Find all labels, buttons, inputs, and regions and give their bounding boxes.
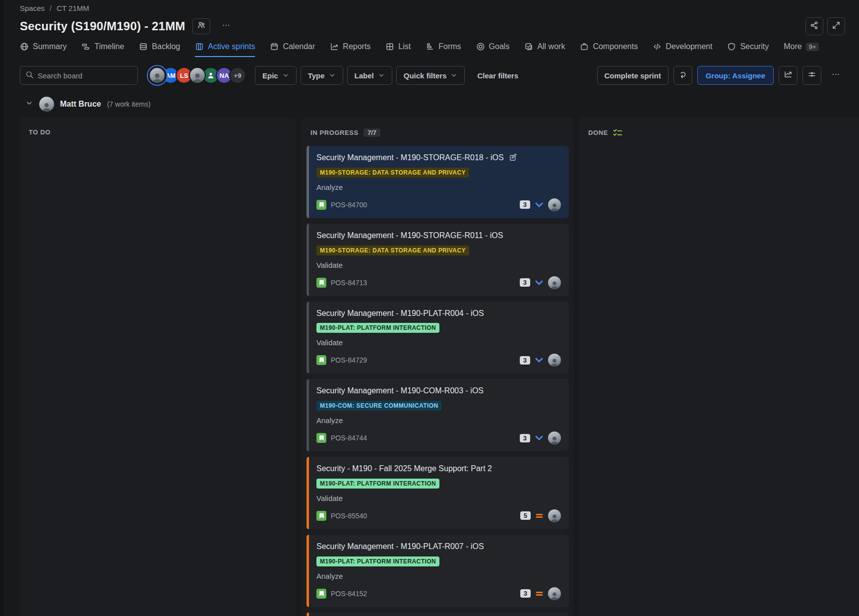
- clear-filters-button[interactable]: Clear filters: [470, 66, 526, 85]
- card-assignee-avatar[interactable]: [548, 276, 561, 289]
- insights-button[interactable]: [779, 66, 798, 85]
- tab-reports[interactable]: Reports: [330, 42, 370, 57]
- share-button[interactable]: [805, 17, 823, 35]
- share-icon: [810, 21, 819, 32]
- card-assignee-avatar[interactable]: [548, 198, 561, 211]
- tab-timeline[interactable]: Timeline: [81, 42, 124, 57]
- list-icon: [385, 42, 394, 51]
- chevron-down-icon: [282, 72, 289, 79]
- work-item-card[interactable]: Security Management - M190-PLAT-R004 - i…: [307, 302, 569, 374]
- tab-label: Backlog: [152, 42, 180, 51]
- edit-summary-button[interactable]: [509, 153, 517, 162]
- story-type-icon: [316, 200, 326, 210]
- globe-icon: [20, 42, 29, 51]
- estimate-badge: 5: [520, 511, 531, 520]
- card-assignee-avatar[interactable]: [548, 509, 561, 522]
- work-item-card[interactable]: Security Management - M190-STORAGE-R018 …: [307, 146, 569, 218]
- tab-list[interactable]: List: [385, 42, 411, 57]
- dropdown-label: Label: [355, 71, 374, 80]
- filter-dropdown-quick-filters[interactable]: Quick filters: [396, 66, 465, 85]
- complete-sprint-button[interactable]: Complete sprint: [597, 66, 669, 85]
- board-settings-button[interactable]: [802, 66, 821, 85]
- work-item-card[interactable]: Security Management - M190-PLAT-R007 - i…: [307, 535, 569, 607]
- card-assignee-avatar[interactable]: [548, 354, 561, 367]
- search-icon: [25, 70, 34, 81]
- issue-key[interactable]: POS-85540: [331, 512, 367, 520]
- search-input[interactable]: [38, 71, 132, 80]
- tab-active-sprints[interactable]: Active sprints: [195, 42, 255, 57]
- automation-button[interactable]: [674, 66, 692, 85]
- priority-low-icon: [535, 280, 543, 286]
- page-title: Security (S190/M190) - 21MM: [20, 19, 185, 33]
- card-assignee-avatar[interactable]: [548, 431, 561, 444]
- people-button[interactable]: [192, 18, 210, 34]
- tab-development[interactable]: Development: [653, 42, 712, 57]
- card-title: Security - M190 - Fall 2025 Merge Suppor…: [316, 464, 492, 474]
- tab-label: Reports: [343, 42, 370, 51]
- board-more-button[interactable]: [826, 66, 845, 85]
- filter-dropdown-epic[interactable]: Epic: [255, 66, 297, 85]
- story-type-icon: [316, 511, 326, 521]
- search-box[interactable]: [20, 66, 138, 85]
- card-title: Security Management - M190-PLAT-R007 - i…: [316, 542, 484, 552]
- priority-low-icon: [535, 435, 543, 441]
- collapse-group-button[interactable]: [25, 99, 33, 109]
- ellipsis-icon: [831, 70, 840, 81]
- work-item-card[interactable]: Security Management - M190-COM-R003 - iO…: [307, 379, 569, 451]
- tab-label: Active sprints: [208, 42, 255, 51]
- chevron-down-icon: [450, 72, 457, 79]
- issue-key[interactable]: POS-84152: [331, 590, 367, 598]
- tab-calendar[interactable]: Calendar: [270, 42, 315, 57]
- card-status: Analyze: [316, 183, 561, 191]
- tab-goals[interactable]: Goals: [476, 42, 510, 57]
- components-icon: [580, 42, 589, 51]
- card-status: Validate: [316, 261, 561, 269]
- issue-key[interactable]: POS-84700: [331, 201, 367, 209]
- tab-forms[interactable]: Forms: [426, 42, 461, 57]
- filter-dropdown-type[interactable]: Type: [301, 66, 343, 85]
- chart-icon: [784, 70, 793, 81]
- work-item-card-partial[interactable]: [307, 613, 569, 616]
- title-more-button[interactable]: [217, 18, 235, 34]
- chevron-down-icon: [25, 99, 33, 109]
- priority-low-icon: [535, 357, 543, 363]
- assignee-group-header: Matt Bruce (7 work items): [5, 85, 859, 118]
- tab-all-work[interactable]: All work: [524, 42, 565, 57]
- breadcrumb-project[interactable]: CT 21MM: [57, 4, 89, 12]
- fullscreen-button[interactable]: [827, 17, 845, 35]
- priority-medium-icon: [536, 513, 543, 519]
- tab-summary[interactable]: Summary: [20, 42, 66, 57]
- filter-avatar[interactable]: [189, 67, 206, 84]
- filter-avatar[interactable]: [149, 67, 166, 84]
- tab-label: Components: [593, 42, 638, 51]
- tab-label: Forms: [438, 42, 461, 51]
- calendar-icon: [270, 42, 279, 51]
- issue-key[interactable]: POS-84744: [331, 434, 367, 442]
- chevron-down-icon: [329, 72, 336, 79]
- column-todo: TO DO: [20, 118, 296, 616]
- card-assignee-avatar[interactable]: [548, 587, 561, 600]
- tab-backlog[interactable]: Backlog: [139, 42, 180, 57]
- tab-more[interactable]: More9+: [784, 42, 819, 57]
- filter-dropdown-label[interactable]: Label: [347, 66, 392, 85]
- breadcrumb-separator: /: [50, 4, 52, 12]
- tab-components[interactable]: Components: [580, 42, 638, 57]
- breadcrumb-spaces[interactable]: Spaces: [20, 4, 45, 12]
- backlog-icon: [139, 42, 148, 51]
- column-title: IN PROGRESS: [310, 129, 359, 136]
- card-title: Security Management - M190-COM-R003 - iO…: [316, 386, 484, 396]
- card-status: Validate: [316, 338, 561, 347]
- issue-key[interactable]: POS-84729: [331, 356, 367, 364]
- people-icon: [197, 21, 206, 32]
- story-type-icon: [316, 589, 326, 599]
- avatar-overflow-badge[interactable]: +9: [229, 67, 246, 84]
- issue-key[interactable]: POS-84713: [331, 279, 367, 287]
- tab-label: Development: [666, 42, 712, 51]
- dropdown-label: Epic: [262, 71, 278, 80]
- work-item-card[interactable]: Security Management - M190-STORAGE-R011 …: [307, 224, 569, 296]
- tab-security[interactable]: Security: [727, 42, 769, 57]
- card-status: Analyze: [316, 416, 561, 425]
- board-page: Spaces / CT 21MM Security (S190/M190) - …: [5, 0, 859, 616]
- work-item-card[interactable]: Security - M190 - Fall 2025 Merge Suppor…: [307, 457, 569, 529]
- group-by-button[interactable]: Group: Assignee: [697, 66, 774, 85]
